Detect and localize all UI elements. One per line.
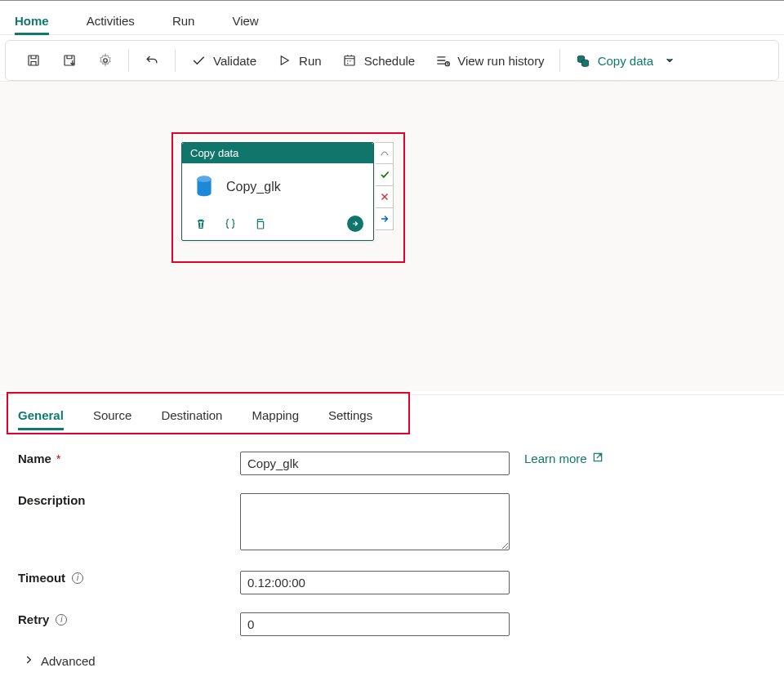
- retry-label: Retry i: [18, 612, 240, 626]
- run-activity-icon[interactable]: [347, 216, 363, 232]
- advanced-label: Advanced: [41, 654, 96, 668]
- run-label: Run: [299, 54, 322, 68]
- learn-more-label: Learn more: [524, 452, 587, 465]
- port-completion[interactable]: [376, 208, 394, 230]
- code-braces-icon[interactable]: [223, 216, 238, 231]
- tab-destination[interactable]: Destination: [153, 400, 234, 430]
- validate-label: Validate: [213, 54, 256, 68]
- toolbar-separator: [128, 49, 129, 72]
- info-icon[interactable]: i: [56, 614, 67, 625]
- name-label: Name*: [18, 452, 240, 465]
- check-icon: [190, 52, 207, 69]
- tab-source[interactable]: Source: [85, 400, 144, 430]
- schedule-button[interactable]: Schedule: [333, 47, 424, 73]
- timeout-input[interactable]: [240, 571, 510, 594]
- pipeline-canvas[interactable]: Copy data Copy_glk: [0, 81, 784, 391]
- run-button[interactable]: Run: [268, 47, 330, 73]
- svg-point-2: [104, 59, 108, 63]
- nav-tab-view[interactable]: View: [232, 6, 271, 34]
- port-failure[interactable]: [376, 186, 394, 208]
- learn-more-link[interactable]: Learn more: [524, 452, 604, 465]
- gear-icon: [97, 52, 114, 69]
- view-history-label: View run history: [457, 54, 544, 68]
- save-as-icon: [61, 52, 78, 69]
- database-icon: [194, 175, 215, 199]
- settings-button[interactable]: [89, 47, 122, 73]
- svg-rect-0: [29, 56, 38, 65]
- database-stack-icon: [575, 52, 591, 69]
- validate-button[interactable]: Validate: [182, 47, 265, 73]
- top-nav: Home Activities Run View: [0, 1, 784, 35]
- save-icon: [25, 52, 42, 69]
- view-run-history-button[interactable]: View run history: [426, 47, 552, 73]
- svg-point-8: [197, 176, 211, 183]
- toolbar: Validate Run Schedule View run history C…: [5, 40, 779, 81]
- port-success[interactable]: [376, 164, 394, 186]
- description-label: Description: [18, 493, 240, 507]
- tab-settings[interactable]: Settings: [320, 400, 384, 430]
- external-link-icon: [592, 452, 604, 465]
- activity-ports: [376, 142, 394, 230]
- node-footer: [182, 211, 373, 240]
- play-icon: [276, 52, 292, 69]
- description-input[interactable]: [240, 493, 510, 550]
- general-form: Name* Learn more Description Timeout i R…: [0, 430, 784, 676]
- nav-tab-run[interactable]: Run: [172, 6, 208, 34]
- property-panel-tabs: General Source Destination Mapping Setti…: [0, 394, 784, 430]
- copy-icon[interactable]: [252, 216, 267, 231]
- undo-button[interactable]: [136, 47, 168, 73]
- nav-tab-home[interactable]: Home: [15, 6, 62, 34]
- name-input[interactable]: [240, 452, 510, 475]
- copy-data-label: Copy data: [598, 54, 653, 68]
- copy-data-button[interactable]: Copy data: [567, 47, 686, 73]
- undo-icon: [144, 52, 160, 69]
- tab-general[interactable]: General: [11, 400, 75, 430]
- retry-input[interactable]: [240, 612, 510, 636]
- node-type-label: Copy data: [182, 143, 373, 163]
- tab-mapping[interactable]: Mapping: [243, 400, 310, 430]
- timeout-label: Timeout i: [18, 571, 240, 585]
- chevron-down-icon: [662, 52, 678, 69]
- copy-data-activity-node[interactable]: Copy data Copy_glk: [181, 142, 374, 241]
- calendar-icon: [341, 52, 358, 69]
- save-as-button[interactable]: [53, 47, 86, 73]
- port-skip[interactable]: [376, 142, 394, 164]
- save-button[interactable]: [17, 47, 50, 73]
- required-asterisk: *: [56, 452, 61, 465]
- delete-icon[interactable]: [194, 216, 208, 231]
- schedule-label: Schedule: [364, 54, 416, 68]
- advanced-toggle[interactable]: Advanced: [23, 654, 766, 668]
- node-body: Copy_glk: [182, 163, 373, 211]
- node-name: Copy_glk: [226, 180, 281, 194]
- toolbar-separator: [175, 49, 176, 72]
- nav-tab-activities[interactable]: Activities: [87, 6, 148, 34]
- svg-rect-9: [257, 221, 263, 229]
- info-icon[interactable]: i: [72, 572, 83, 584]
- toolbar-separator: [559, 49, 560, 72]
- chevron-right-icon: [23, 654, 34, 668]
- history-icon: [434, 52, 451, 69]
